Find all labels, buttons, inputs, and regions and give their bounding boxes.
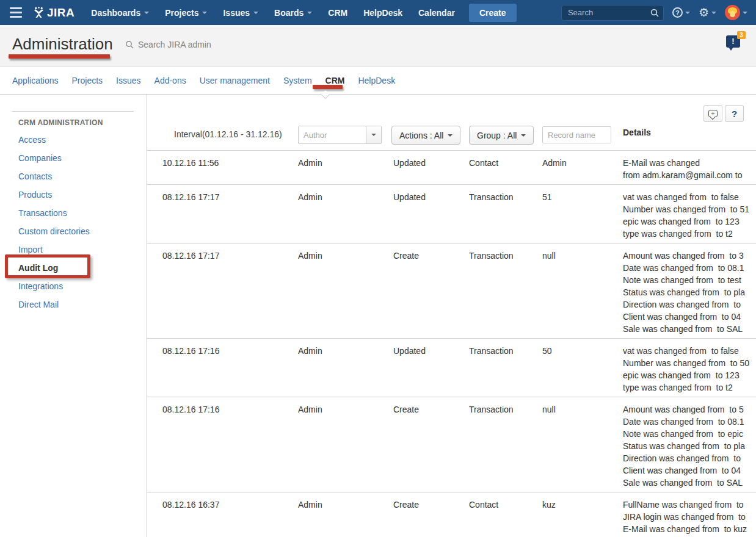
nav-item-projects[interactable]: Projects bbox=[165, 8, 207, 18]
cell-record: 51 bbox=[542, 191, 623, 240]
sidebar-item-transactions[interactable]: Transactions bbox=[0, 204, 146, 222]
nav-item-crm[interactable]: CRM bbox=[328, 8, 347, 18]
nav-search-input[interactable] bbox=[561, 5, 664, 21]
cell-details: Amount was changed from to 5 Date was ch… bbox=[623, 403, 756, 489]
tab-helpdesk[interactable]: HelpDesk bbox=[358, 76, 395, 85]
record-name-input[interactable] bbox=[542, 126, 611, 143]
author-dropdown-button[interactable] bbox=[366, 126, 381, 143]
chevron-down-icon bbox=[743, 12, 747, 14]
nav-item-issues[interactable]: Issues bbox=[223, 8, 258, 18]
cell-group: Transaction bbox=[469, 345, 542, 394]
user-menu[interactable] bbox=[725, 5, 747, 20]
notification-badge: 3 bbox=[737, 31, 746, 39]
help-button[interactable]: ? bbox=[725, 105, 744, 122]
hamburger-menu-icon[interactable] bbox=[4, 0, 28, 25]
interval-filter[interactable]: Interval(01.12.16 - 31.12.16) bbox=[174, 129, 282, 139]
cell-group: Contact bbox=[469, 499, 542, 537]
page-title: Administration bbox=[12, 35, 113, 54]
cell-record: 50 bbox=[542, 345, 623, 394]
crm-admin-sidebar: CRM ADMINISTRATION Access Companies Cont… bbox=[0, 95, 147, 537]
notification-icon[interactable]: ! 3 bbox=[726, 35, 740, 48]
cell-date: 08.12.16 16:37 bbox=[162, 499, 298, 537]
cell-date: 10.12.16 11:56 bbox=[162, 157, 298, 181]
jira-logo-text: JIRA bbox=[47, 6, 75, 20]
cell-author: Admin bbox=[298, 345, 393, 394]
chevron-down-icon bbox=[253, 12, 258, 14]
nav-item-boards[interactable]: Boards bbox=[274, 8, 312, 18]
table-row: 10.12.16 11:56 Admin Updated Contact Adm… bbox=[147, 150, 756, 184]
cell-details: E-Mail was changed from adm.karam@gmail.… bbox=[623, 157, 756, 181]
tab-applications[interactable]: Applications bbox=[12, 76, 59, 85]
jira-logo[interactable]: JIRA bbox=[33, 6, 75, 20]
cell-group: Transaction bbox=[469, 191, 542, 240]
tab-system[interactable]: System bbox=[283, 76, 312, 85]
tab-crm[interactable]: CRM bbox=[325, 76, 345, 85]
sidebar-divider bbox=[12, 111, 134, 112]
table-row: 08.12.16 17:17 Admin Updated Transaction… bbox=[147, 184, 756, 243]
table-row: 08.12.16 17:16 Admin Create Transaction … bbox=[147, 397, 756, 492]
tab-user-management[interactable]: User management bbox=[200, 76, 270, 85]
cell-date: 08.12.16 17:17 bbox=[162, 191, 298, 240]
table-row: 08.12.16 17:16 Admin Updated Transaction… bbox=[147, 338, 756, 397]
cell-action: Updated bbox=[393, 191, 469, 240]
cell-author: Admin bbox=[298, 499, 393, 537]
feedback-bubble-icon: + bbox=[708, 110, 718, 117]
annotation-underline-crm bbox=[313, 85, 343, 89]
sidebar-item-custom-directories[interactable]: Custom directories bbox=[0, 222, 146, 240]
nav-item-dashboards[interactable]: Dashboards bbox=[91, 8, 149, 18]
sidebar-item-import[interactable]: Import bbox=[0, 240, 146, 259]
cell-action: Create bbox=[393, 250, 469, 335]
sidebar-item-access[interactable]: Access bbox=[0, 131, 146, 149]
sidebar-item-audit-log[interactable]: Audit Log bbox=[0, 259, 146, 277]
audit-log-panel: + ? Interval(01.12.16 - 31.12.16) Action… bbox=[147, 95, 756, 537]
cell-record: kuz bbox=[542, 499, 623, 537]
sidebar-item-contacts[interactable]: Contacts bbox=[0, 167, 146, 186]
nav-search bbox=[561, 5, 664, 21]
cell-group: Transaction bbox=[469, 250, 542, 335]
help-menu[interactable]: ? bbox=[672, 7, 690, 18]
admin-search-input[interactable] bbox=[138, 40, 260, 49]
cell-details: Amount was changed from to 3 Date was ch… bbox=[623, 250, 756, 335]
tab-addons[interactable]: Add-ons bbox=[154, 76, 186, 85]
nav-item-helpdesk[interactable]: HelpDesk bbox=[363, 8, 402, 18]
top-nav: JIRA Dashboards Projects Issues Boards C… bbox=[0, 0, 756, 25]
cell-author: Admin bbox=[298, 191, 393, 240]
author-filter-input[interactable] bbox=[299, 126, 366, 143]
cell-author: Admin bbox=[298, 250, 393, 335]
cell-date: 08.12.16 17:16 bbox=[162, 345, 298, 394]
gear-icon: ⚙ bbox=[699, 7, 709, 18]
sidebar-heading: CRM ADMINISTRATION bbox=[18, 118, 146, 127]
sidebar-item-companies[interactable]: Companies bbox=[0, 149, 146, 167]
chevron-down-icon bbox=[448, 134, 453, 137]
chevron-down-icon bbox=[144, 12, 149, 14]
actions-filter-button[interactable]: Actions : All bbox=[391, 126, 460, 145]
cell-author: Admin bbox=[298, 157, 393, 181]
cell-group: Transaction bbox=[469, 403, 542, 489]
cell-action: Create bbox=[393, 499, 469, 537]
tab-projects[interactable]: Projects bbox=[72, 76, 103, 85]
chevron-down-icon bbox=[711, 12, 716, 14]
tab-issues[interactable]: Issues bbox=[116, 76, 140, 85]
admin-search bbox=[125, 40, 260, 49]
cell-author: Admin bbox=[298, 403, 393, 489]
annotation-underline-administration bbox=[9, 54, 110, 59]
cell-record: Admin bbox=[542, 157, 623, 181]
feedback-button[interactable]: + bbox=[703, 105, 722, 122]
group-filter-button[interactable]: Group : All bbox=[469, 126, 534, 145]
audit-log-table: 10.12.16 11:56 Admin Updated Contact Adm… bbox=[147, 150, 756, 537]
admin-header: Administration ! 3 bbox=[0, 25, 756, 67]
sidebar-item-integrations[interactable]: Integrations bbox=[0, 277, 146, 295]
sidebar-item-direct-mail[interactable]: Direct Mail bbox=[0, 295, 146, 314]
cell-action: Updated bbox=[393, 345, 469, 394]
admin-settings-menu[interactable]: ⚙ bbox=[699, 7, 716, 18]
sidebar-item-products[interactable]: Products bbox=[0, 186, 146, 204]
create-button[interactable]: Create bbox=[469, 4, 517, 22]
chevron-down-icon bbox=[307, 12, 312, 14]
cell-date: 08.12.16 17:17 bbox=[162, 250, 298, 335]
nav-item-calendar[interactable]: Calendar bbox=[418, 8, 455, 18]
table-row: 08.12.16 17:17 Admin Create Transaction … bbox=[147, 243, 756, 338]
chevron-down-icon bbox=[521, 134, 526, 137]
cell-details: FullName was changed from to JIRA login … bbox=[623, 499, 756, 537]
cell-date: 08.12.16 17:16 bbox=[162, 403, 298, 489]
chevron-down-icon bbox=[685, 12, 690, 14]
